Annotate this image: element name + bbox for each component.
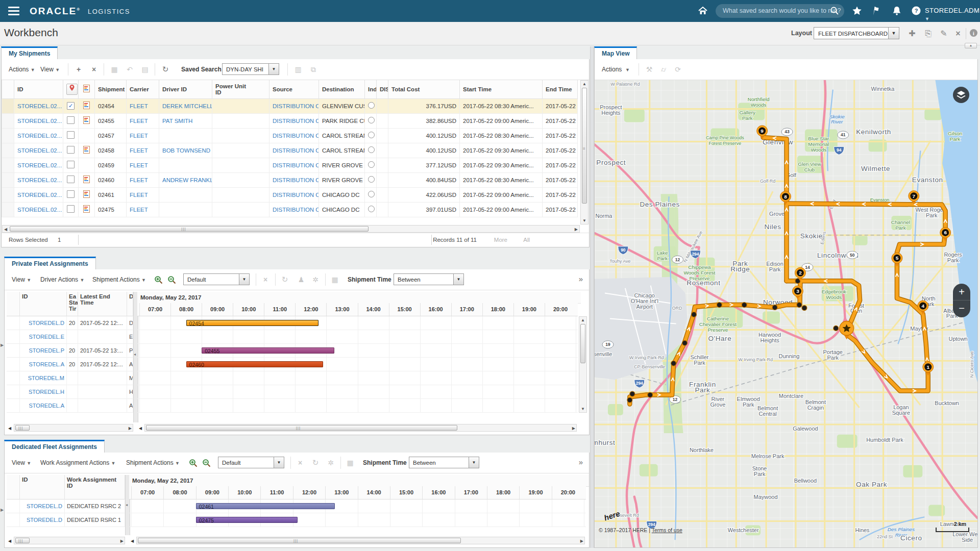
- tab-dedicated-fleet-assignments[interactable]: Dedicated Fleet Assignments: [4, 440, 105, 454]
- gantt-row[interactable]: STOREDEL.AA: [7, 399, 133, 413]
- shipment-time-dropdown-icon[interactable]: ▼: [469, 457, 479, 468]
- driver-link[interactable]: BOB TOWNSEND: [159, 143, 212, 158]
- driver-link[interactable]: ANDREW FRANKLIN: [159, 172, 212, 187]
- gantt-cell[interactable]: [79, 202, 95, 217]
- carrier-link[interactable]: FLEET: [127, 172, 159, 187]
- gantt-cell-id[interactable]: STOREDEL.A: [20, 399, 67, 413]
- gantt-bar-shipment-02461[interactable]: 02461: [196, 503, 335, 509]
- source-link[interactable]: DISTRIBUTION CE...: [270, 172, 319, 187]
- zoom-in-icon[interactable]: [154, 274, 163, 284]
- driver-link[interactable]: [159, 202, 212, 217]
- shipment-time-select[interactable]: Between: [394, 273, 454, 285]
- detach-table-icon[interactable]: ▦: [110, 65, 119, 74]
- indicator-cell[interactable]: [365, 128, 377, 143]
- row-gutter[interactable]: [2, 172, 14, 187]
- indicator-cell[interactable]: [365, 172, 377, 187]
- add-icon[interactable]: +: [74, 65, 83, 74]
- left-edge-expander[interactable]: ▶: [1, 508, 4, 512]
- carrier-link[interactable]: FLEET: [127, 113, 159, 128]
- gantt-row[interactable]: STOREDEL.A202017-05-22 12:...A: [7, 358, 133, 371]
- carrier-link[interactable]: FLEET: [127, 158, 159, 172]
- indicator-cell[interactable]: [365, 202, 377, 217]
- col-carrier[interactable]: Carrier: [127, 80, 159, 98]
- gantt-row[interactable]: STOREDEL.EE: [7, 330, 133, 344]
- user-menu[interactable]: STOREDEL.ADMIN ▼: [925, 7, 980, 22]
- gantt-doc-icon[interactable]: [83, 102, 90, 109]
- show-on-map-checkbox[interactable]: [67, 116, 75, 124]
- table-row[interactable]: STOREDEL.02...02457FLEETDISTRIBUTION CE.…: [2, 128, 578, 143]
- col-dispatch[interactable]: DISPA: [377, 80, 388, 98]
- gantt-col-driver[interactable]: D: [127, 292, 133, 316]
- route-stop-dot[interactable]: [627, 397, 632, 403]
- col-start-time[interactable]: Start Time: [460, 80, 543, 98]
- route-stop-dot[interactable]: [772, 305, 777, 310]
- map-pin-cell[interactable]: ✓: [63, 98, 79, 113]
- col-map-pin[interactable]: [63, 80, 79, 98]
- notifications-bell-icon[interactable]: [891, 5, 903, 17]
- query-by-example-icon[interactable]: ▥: [293, 65, 303, 74]
- map-binoculars-icon[interactable]: ⌭: [659, 65, 668, 74]
- indicator-cell[interactable]: [365, 187, 377, 202]
- driver-link[interactable]: PAT SMITH: [159, 113, 212, 128]
- delete-icon[interactable]: ×: [89, 65, 99, 74]
- map-pin-column-icon[interactable]: [66, 84, 78, 95]
- tab-map-view[interactable]: Map View: [594, 46, 637, 60]
- indicator-cell[interactable]: [365, 158, 377, 172]
- gantt-chart-hscrollbar[interactable]: ◀|||▶: [136, 537, 585, 544]
- table-row[interactable]: STOREDEL.02...02460FLEETANDREW FRANKLIND…: [2, 172, 578, 187]
- indicator-cell[interactable]: [365, 113, 377, 128]
- tab-my-shipments[interactable]: My Shipments: [1, 46, 58, 60]
- col-gantt[interactable]: [79, 80, 95, 98]
- gantt-bar-shipment-02460[interactable]: 02460: [186, 361, 324, 367]
- map-tools-icon[interactable]: ⚒: [645, 65, 654, 74]
- map-pin-cell[interactable]: [63, 158, 79, 172]
- route-stop-dot[interactable]: [682, 340, 688, 345]
- shipments-hscrollbar[interactable]: ◀ ||| ▶: [2, 225, 580, 233]
- row-gutter[interactable]: [2, 143, 14, 158]
- source-link[interactable]: DISTRIBUTION CE...: [270, 202, 319, 217]
- gantt-cell-id[interactable]: STOREDEL.H: [20, 385, 67, 399]
- map-pin-cell[interactable]: [63, 113, 79, 128]
- edit-layout-icon[interactable]: ✎: [938, 29, 949, 39]
- shipment-time-select[interactable]: Between: [409, 457, 469, 468]
- map-zoom-out-button[interactable]: −: [953, 300, 970, 316]
- gantt-chart-area[interactable]: 024540245502460: [137, 316, 578, 413]
- gantt-cell[interactable]: [79, 98, 95, 113]
- route-stop-dot[interactable]: [630, 391, 635, 396]
- gantt-vscrollbar[interactable]: ▲▼: [579, 316, 587, 413]
- indicator-radio[interactable]: [368, 117, 375, 123]
- row-gutter[interactable]: [2, 202, 14, 217]
- carrier-link[interactable]: FLEET: [127, 128, 159, 143]
- view-menu[interactable]: View ▼: [12, 269, 31, 290]
- map-layers-button[interactable]: [953, 87, 969, 103]
- gantt-row[interactable]: STOREDEL.HH: [7, 385, 133, 399]
- indicator-radio[interactable]: [368, 191, 375, 197]
- indicator-radio[interactable]: [368, 132, 375, 138]
- source-link[interactable]: DISTRIBUTION CE...: [270, 158, 319, 172]
- indicator-cell[interactable]: [365, 98, 377, 113]
- gantt-col-work-assignment-id[interactable]: Work Assignment ID: [65, 475, 125, 499]
- info-icon[interactable]: i: [968, 29, 979, 39]
- map-pin-cell[interactable]: [63, 202, 79, 217]
- col-end-time[interactable]: End Time: [543, 80, 578, 98]
- gantt-cell[interactable]: [79, 128, 95, 143]
- actions-menu[interactable]: Actions ▼: [9, 59, 35, 80]
- saved-search-select[interactable]: DYN-DAY SHI: [222, 63, 269, 75]
- carrier-link[interactable]: FLEET: [127, 202, 159, 217]
- row-gutter[interactable]: [2, 187, 14, 202]
- detach-icon[interactable]: ⧉: [309, 65, 318, 74]
- gantt-preset-select[interactable]: Default: [183, 273, 239, 285]
- table-row[interactable]: STOREDEL.02...02461FLEETDISTRIBUTION CE.…: [2, 187, 578, 202]
- row-gutter[interactable]: [2, 128, 14, 143]
- records-more-link[interactable]: More: [494, 237, 507, 243]
- gantt-preset-dropdown-icon[interactable]: ▼: [274, 457, 284, 468]
- col-total-cost[interactable]: Total Cost: [388, 80, 460, 98]
- gantt-doc-icon[interactable]: [83, 205, 90, 213]
- overflow-chevron[interactable]: »: [579, 458, 583, 466]
- gantt-cell[interactable]: [79, 187, 95, 202]
- gantt-doc-icon[interactable]: [83, 190, 90, 198]
- table-row[interactable]: STOREDEL.02...02458FLEETBOB TOWNSENDDIST…: [2, 143, 578, 158]
- route-stop-dot[interactable]: [834, 325, 839, 331]
- gantt-cell[interactable]: [79, 113, 95, 128]
- shipment-id-link[interactable]: STOREDEL.02...: [14, 143, 63, 158]
